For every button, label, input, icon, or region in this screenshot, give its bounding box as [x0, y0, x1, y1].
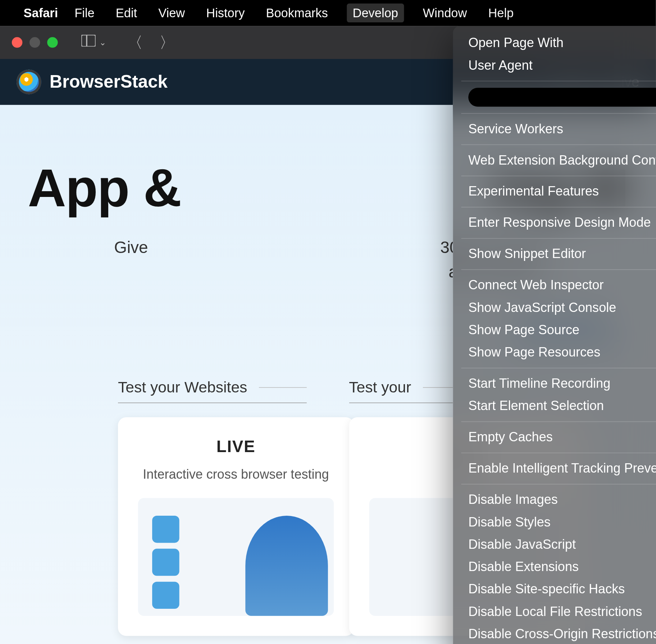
browserstack-logo[interactable]: BrowserStack	[17, 70, 168, 95]
menu-item[interactable]: Connect Web Inspector⌥⇧⌘I	[453, 274, 656, 296]
menu-window[interactable]: Window	[420, 6, 469, 20]
menu-item[interactable]: Show Page Source⌥⌘U	[453, 319, 656, 341]
back-button[interactable]: 〈	[127, 32, 143, 52]
menu-separator	[461, 113, 656, 114]
menu-item[interactable]: Disable Site-specific Hacks	[453, 578, 656, 601]
card-desc: Interactive cross browser testing	[138, 464, 334, 484]
menu-item-label: Enter Responsive Design Mode	[468, 215, 651, 231]
menu-item[interactable]: Service Workers›	[453, 118, 656, 140]
live-card[interactable]: LIVE Interactive cross browser testing	[118, 417, 354, 636]
menu-item-label: Disable Site-specific Hacks	[468, 582, 625, 597]
menu-item-label: Connect Web Inspector	[468, 277, 603, 293]
svg-rect-0	[81, 35, 95, 47]
menu-item[interactable]: Enter Responsive Design Mode⌃⌘R	[453, 212, 656, 234]
menu-item-label: User Agent	[468, 58, 533, 73]
menu-help[interactable]: Help	[486, 6, 516, 20]
menu-item[interactable]: Show Snippet Editor	[453, 243, 656, 265]
menu-item[interactable]: Show Page Resources⌥⌘A	[453, 341, 656, 364]
menu-item[interactable]: Disable Cross-Origin Restrictions	[453, 623, 656, 644]
menu-item-label: Start Timeline Recording	[468, 376, 610, 391]
menu-item[interactable]: Empty Caches⌥⌘E	[453, 426, 656, 448]
menu-separator	[461, 269, 656, 270]
menu-item-label: Service Workers	[468, 121, 563, 137]
menu-item[interactable]: Start Element Selection⇧⌘C	[453, 395, 656, 417]
develop-menu-dropdown: Open Page With›User Agent››Service Worke…	[453, 26, 656, 644]
menu-edit[interactable]: Edit	[113, 6, 139, 20]
menu-item-label: Disable Styles	[468, 515, 551, 530]
menu-item-label: Disable JavaScript	[468, 537, 576, 552]
menu-item[interactable]: Show JavaScript Console⌥⌘C	[453, 296, 656, 319]
brand-name: BrowserStack	[50, 72, 168, 92]
card-title: LIVE	[138, 437, 334, 456]
menu-develop[interactable]: Develop	[347, 4, 404, 22]
menu-item-label: Start Element Selection	[468, 399, 604, 414]
menu-view[interactable]: View	[156, 6, 187, 20]
macos-menubar: Safari File Edit View History Bookmarks …	[0, 0, 656, 26]
menu-item[interactable]: Disable Styles	[453, 511, 656, 533]
menu-item-label: Web Extension Background Content	[468, 153, 656, 168]
websites-column: Test your Websites LIVE Interactive cros…	[118, 378, 307, 636]
menu-item-label: Empty Caches	[468, 430, 553, 445]
menu-item-label: Disable Local File Restrictions	[468, 604, 642, 620]
menu-separator	[461, 422, 656, 422]
menu-item-label: Open Page With	[468, 35, 564, 51]
menu-item[interactable]: Web Extension Background Content›	[453, 149, 656, 171]
sidebar-toggle-icon[interactable]	[81, 35, 95, 50]
card-illustration	[138, 498, 334, 616]
forward-button[interactable]: 〉	[159, 32, 175, 52]
menu-item-label: Show Page Source	[468, 322, 579, 338]
redacted-item	[468, 88, 656, 106]
menu-item[interactable]: Disable Images	[453, 489, 656, 511]
zoom-window-button[interactable]	[47, 37, 58, 48]
menu-item-label: Show JavaScript Console	[468, 300, 616, 316]
menubar-app-name[interactable]: Safari	[24, 6, 58, 20]
menu-item[interactable]: Experimental Features›	[453, 180, 656, 203]
menu-history[interactable]: History	[204, 6, 247, 20]
menu-separator	[461, 368, 656, 368]
menu-item-label: Disable Images	[468, 492, 558, 507]
menu-item[interactable]: User Agent›	[453, 54, 656, 77]
menu-bookmarks[interactable]: Bookmarks	[264, 6, 330, 20]
menu-item-label: Show Snippet Editor	[468, 247, 586, 262]
menu-separator	[461, 453, 656, 454]
menu-item-label: Experimental Features	[468, 184, 599, 199]
browserstack-logo-icon	[17, 70, 41, 95]
menu-item-label: Enable Intelligent Tracking Prevention D…	[468, 461, 656, 476]
menu-separator	[461, 81, 656, 82]
menu-separator	[461, 484, 656, 484]
close-window-button[interactable]	[12, 37, 23, 48]
menu-item-label: Disable Cross-Origin Restrictions	[468, 626, 656, 642]
menu-file[interactable]: File	[72, 6, 97, 20]
menu-item[interactable]: Open Page With›	[453, 32, 656, 54]
chevron-down-icon[interactable]: ⌄	[99, 38, 106, 47]
menu-item[interactable]: Disable JavaScript	[453, 533, 656, 556]
menu-item-label: Disable Extensions	[468, 559, 579, 575]
menu-item-label: Show Page Resources	[468, 345, 600, 360]
menu-item[interactable]: Disable Local File Restrictions	[453, 601, 656, 623]
menu-separator	[461, 238, 656, 239]
menu-item[interactable]: Enable Intelligent Tracking Prevention D…	[453, 457, 656, 480]
menu-separator	[461, 144, 656, 145]
menu-item[interactable]: Disable Extensions	[453, 556, 656, 578]
websites-heading: Test your Websites	[118, 378, 307, 403]
menu-item[interactable]: ›	[453, 86, 656, 109]
menu-separator	[461, 207, 656, 208]
menu-separator	[461, 176, 656, 176]
menu-item[interactable]: Start Timeline Recording⌥⇧⌘T	[453, 372, 656, 395]
window-controls	[12, 37, 58, 48]
minimize-window-button[interactable]	[29, 37, 40, 48]
